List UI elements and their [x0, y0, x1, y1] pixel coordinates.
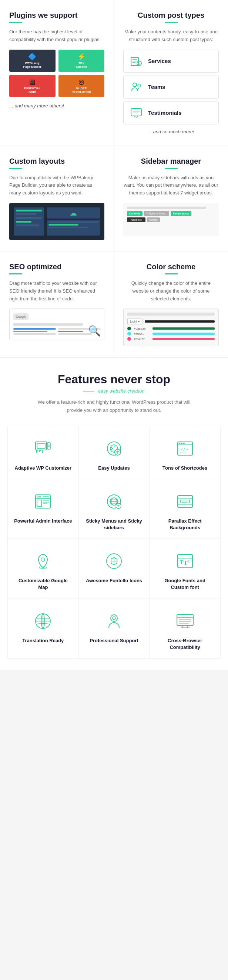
- plugins-grid: 🔷 WPBakeryPage Builder ⚡ TRXAddons ▦ ESS…: [9, 49, 104, 97]
- color-swatch-1: #0a6b38: [127, 327, 215, 330]
- svg-point-71: [112, 617, 116, 620]
- color-dot-3: [127, 337, 131, 341]
- color-swatch-3: #f04e77: [127, 337, 215, 341]
- layouts-desc: Due to compatibility with the WPBakery P…: [9, 174, 104, 197]
- features-subtitle-line: easy website creation: [7, 388, 221, 394]
- slider-icon: ◎: [78, 78, 84, 86]
- sidebar-preview: Contents Widgets & More... Recent posts …: [123, 203, 219, 236]
- feature-label-translation: Translation Ready: [22, 637, 64, 644]
- map-icon-wrap: [32, 550, 54, 572]
- features-title: Features never stop: [7, 372, 221, 386]
- color-hex-2: #4fe2f1: [134, 332, 150, 336]
- testimonials-icon: [130, 106, 143, 119]
- cpt-and-more: ... and so much more!: [123, 129, 219, 134]
- svg-rect-35: [37, 500, 41, 507]
- section-layouts-sidebar: Custom layouts Due to compatibility with…: [0, 146, 228, 251]
- svg-point-39: [37, 496, 38, 497]
- feature-label-shortcodes: Tons of Shortcodes: [163, 465, 207, 471]
- features-grid: Adaptive WP Customizer Easy Updat: [7, 426, 221, 659]
- svg-point-30: [183, 442, 185, 444]
- wpbakery-icon: 🔷: [28, 52, 36, 61]
- feature-label-fonts: Google Fonts and Custom font: [155, 578, 215, 591]
- color-dropdown[interactable]: Light ▾: [127, 318, 142, 325]
- cpt-list: $ Services Teams: [123, 49, 219, 124]
- custom-post-column: Custom post types Make your contents han…: [114, 0, 228, 146]
- section-seo-color: SEO optimized Drag more traffic to your …: [0, 251, 228, 358]
- sidebar-btn-recent: Recent posts: [171, 211, 192, 216]
- color-dot-1: [127, 327, 131, 330]
- svg-rect-49: [178, 496, 192, 508]
- sidebar-underline: [165, 168, 178, 169]
- color-hex-1: #0a6b38: [134, 327, 150, 330]
- feature-item-customizer: Adaptive WP Customizer: [8, 426, 79, 479]
- feature-item-map: Customizable Google Map: [8, 539, 79, 598]
- sidebar-desc: Make as many sidebars with ads as you wa…: [123, 174, 219, 197]
- sidebar-row-2: About Me Normal: [127, 217, 215, 222]
- color-title: Color scheme: [123, 262, 219, 271]
- fonts-icon-wrap: T T T: [174, 550, 196, 572]
- svg-text:T: T: [188, 559, 190, 563]
- svg-text:$: $: [138, 62, 140, 65]
- svg-point-56: [41, 558, 45, 562]
- features-subtitle: easy website creation: [98, 388, 145, 394]
- color-hex-3: #f04e77: [134, 337, 150, 341]
- cpt-services-label: Services: [148, 58, 171, 64]
- color-bar-2: [152, 332, 215, 335]
- cpt-underline: [165, 22, 178, 23]
- seo-underline: [9, 273, 22, 274]
- color-swatch-2: #4fe2f1: [127, 332, 215, 336]
- updates-icon-wrap: [103, 438, 125, 460]
- sidebar-column: Sidebar manager Make as many sidebars wi…: [114, 146, 228, 251]
- sidebar-btn-widgets: Widgets & More...: [144, 211, 169, 216]
- plugin-slider: ◎ SLIDERREVOLUTION: [59, 75, 105, 97]
- seo-column: SEO optimized Drag more traffic to your …: [0, 251, 114, 357]
- cpt-item-services: $ Services: [123, 49, 219, 73]
- admin-icon-wrap: [32, 490, 54, 512]
- translation-icon-wrap: [32, 610, 54, 632]
- feature-item-sticky: Sticky Menus and Sticky sidebars: [79, 479, 150, 539]
- slider-label: SLIDERREVOLUTION: [72, 87, 91, 94]
- feature-label-admin: Powerful Admin Interface: [14, 518, 72, 525]
- cpt-title: Custom post types: [123, 11, 219, 20]
- cpt-testimonials-label: Testimonials: [148, 110, 182, 116]
- plugins-desc: Our theme has the highest level of compa…: [9, 28, 104, 44]
- svg-text:T: T: [184, 560, 188, 566]
- section-plugins-cpt: Plugins we support Our theme has the hig…: [0, 0, 228, 146]
- features-dash: [83, 391, 94, 391]
- features-desc: We offer a feature-rich and highly funct…: [36, 398, 192, 414]
- color-desc: Quickly change the color of the entire w…: [123, 280, 219, 302]
- wpbakery-label: WPBakeryPage Builder: [23, 62, 41, 68]
- plugins-title: Plugins we support: [9, 11, 104, 20]
- color-underline: [165, 273, 178, 274]
- page-wrapper: Plugins we support Our theme has the hig…: [0, 0, 228, 670]
- plugin-wpbakery: 🔷 WPBakeryPage Builder: [9, 49, 55, 72]
- svg-point-6: [133, 83, 136, 87]
- magnifier-icon: 🔍: [88, 325, 101, 337]
- svg-text:T: T: [180, 560, 184, 565]
- trx-icon: ⚡: [78, 52, 86, 61]
- svg-point-7: [138, 84, 141, 87]
- feature-item-updates: Easy Updates: [79, 426, 150, 479]
- parallax-icon-wrap: [174, 490, 196, 512]
- color-bar-3: [152, 338, 215, 340]
- custom-layouts-column: Custom layouts Due to compatibility with…: [0, 146, 114, 251]
- svg-rect-72: [177, 614, 193, 625]
- sticky-icon-wrap: [103, 490, 125, 512]
- cpt-item-testimonials: Testimonials: [123, 102, 219, 124]
- trx-label: TRXAddons: [76, 62, 87, 68]
- color-bar-dark: [145, 320, 215, 323]
- cpt-teams-label: Teams: [148, 84, 165, 90]
- svg-rect-12: [37, 443, 45, 449]
- layouts-preview: ☁: [9, 203, 104, 240]
- sidebar-btn-normal: Normal: [147, 217, 160, 222]
- support-icon-wrap: [103, 610, 125, 632]
- plugins-column: Plugins we support Our theme has the hig…: [0, 0, 114, 146]
- feature-item-shortcodes: </> Tons of Shortcodes: [150, 426, 221, 479]
- seo-desc: Drag more traffic to your website with o…: [9, 280, 104, 302]
- feature-item-support: Professional Support: [79, 599, 150, 659]
- customizer-icon-wrap: [32, 438, 54, 460]
- feature-label-sticky: Sticky Menus and Sticky sidebars: [84, 518, 144, 531]
- essential-icon: ▦: [29, 78, 36, 86]
- feature-label-fontello: Awesome Fontello Icons: [86, 578, 142, 584]
- shortcodes-icon-wrap: </>: [174, 438, 196, 460]
